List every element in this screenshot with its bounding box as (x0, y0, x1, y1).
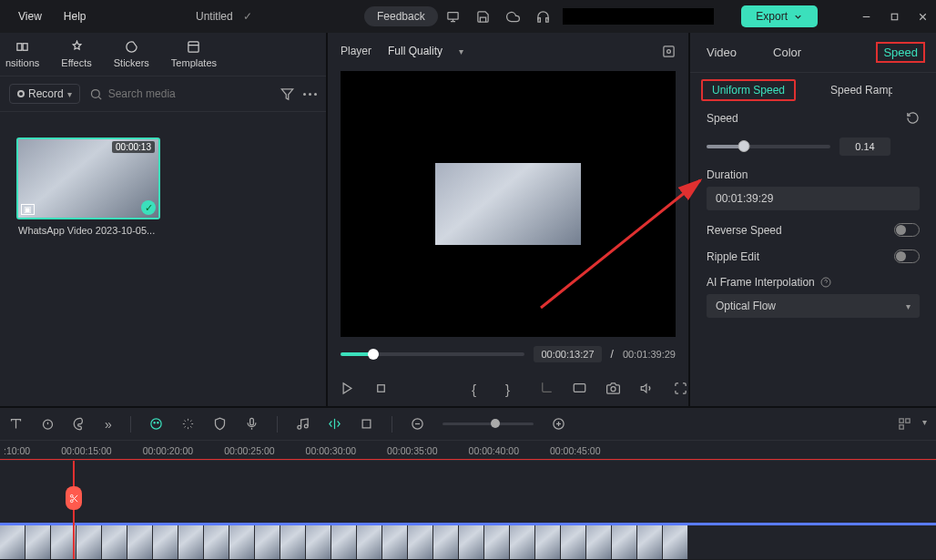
mic-icon[interactable] (245, 417, 259, 431)
timeline-tracks[interactable] (0, 461, 936, 559)
minimize-icon[interactable] (860, 11, 872, 23)
timeline-panel: » ▾ :10:00 00:00:15:00 00:00:20:00 00:00… (0, 406, 936, 559)
filter-icon[interactable] (280, 87, 294, 101)
svg-marker-25 (641, 384, 646, 392)
timer-icon[interactable] (41, 417, 55, 431)
media-thumbnail[interactable]: 00:00:13 ▣ ✓ (16, 137, 160, 219)
maximize-icon[interactable] (889, 11, 900, 23)
svg-rect-12 (23, 44, 27, 51)
text-tool-icon[interactable] (9, 417, 23, 431)
tab-templates[interactable]: Templates (171, 40, 217, 68)
playhead[interactable] (73, 461, 75, 559)
svg-rect-23 (574, 383, 585, 392)
tab-transitions[interactable]: nsitions (5, 40, 39, 68)
split-icon[interactable] (328, 417, 341, 431)
preview-video-frame (435, 163, 581, 245)
ai-face-icon[interactable] (149, 417, 163, 431)
crop-icon[interactable] (539, 382, 553, 395)
svg-point-35 (298, 425, 301, 429)
svg-rect-38 (362, 420, 371, 428)
svg-rect-46 (900, 425, 903, 429)
mark-out-icon[interactable]: } (505, 382, 519, 395)
svg-point-36 (304, 424, 308, 428)
tab-color[interactable]: Color (768, 44, 807, 61)
zoom-slider[interactable] (443, 423, 534, 425)
more-menu-icon[interactable] (303, 93, 317, 96)
close-icon[interactable] (917, 11, 929, 23)
stop-icon[interactable] (374, 382, 388, 395)
reverse-speed-toggle[interactable] (894, 223, 920, 237)
shield-icon[interactable] (213, 417, 227, 431)
mark-in-icon[interactable]: { (472, 382, 485, 395)
feedback-button[interactable]: Feedback (364, 6, 438, 26)
svg-line-16 (98, 97, 101, 99)
palette-icon[interactable] (73, 417, 86, 431)
music-icon[interactable] (296, 417, 310, 431)
tab-speed[interactable]: Speed (876, 42, 925, 63)
time-sep: / (611, 348, 614, 361)
play-icon[interactable] (341, 382, 354, 395)
time-total: 00:01:39:29 (623, 349, 676, 360)
time-current: 00:00:13:27 (534, 346, 601, 362)
tab-stickers[interactable]: Stickers (114, 40, 149, 68)
speed-slider[interactable] (707, 145, 830, 148)
svg-rect-2 (546, 17, 549, 21)
titlebar-icons (446, 10, 580, 24)
chevron-down-icon (793, 12, 803, 22)
thumb-duration: 00:00:13 (112, 141, 155, 153)
ai-interp-label: AI Frame Interpolation (707, 276, 815, 289)
display-icon[interactable] (573, 382, 586, 395)
ripple-edit-toggle[interactable] (894, 249, 920, 263)
more-tools-icon[interactable]: » (105, 417, 112, 432)
svg-rect-34 (249, 418, 253, 425)
used-check-icon: ✓ (141, 200, 156, 215)
monitor-icon[interactable] (446, 10, 460, 24)
subtab-uniform-speed[interactable]: Uniform Speed (701, 79, 796, 101)
svg-point-15 (91, 89, 99, 97)
crop-tool-icon[interactable] (360, 417, 373, 431)
view-mode-icon[interactable] (898, 417, 911, 431)
zoom-in-icon[interactable] (552, 417, 565, 431)
quality-select[interactable]: Full Quality ▾ (388, 45, 463, 57)
timeline-scale[interactable]: :10:00 00:00:15:00 00:00:20:00 00:00:25:… (0, 441, 936, 461)
tab-effects[interactable]: Effects (61, 40, 91, 68)
menu-help[interactable]: Help (53, 6, 97, 26)
svg-point-24 (611, 386, 616, 391)
search-input[interactable] (108, 87, 245, 100)
save-icon[interactable] (476, 10, 490, 24)
menu-view[interactable]: View (7, 6, 53, 26)
ripple-edit-label: Ripple Edit (707, 250, 759, 263)
player-label: Player (341, 45, 371, 57)
player-scrubber[interactable] (341, 352, 524, 356)
svg-rect-11 (17, 44, 22, 51)
fullscreen-icon[interactable] (674, 382, 687, 395)
cloud-icon[interactable] (506, 10, 520, 24)
svg-rect-44 (900, 419, 903, 423)
svg-rect-45 (906, 419, 910, 423)
camera-icon[interactable] (606, 382, 620, 395)
cut-scissors-icon[interactable] (66, 486, 82, 510)
ai-interp-select[interactable]: Optical Flow ▾ (707, 294, 920, 318)
help-icon[interactable] (820, 277, 831, 288)
volume-icon[interactable] (640, 382, 654, 395)
zoom-out-icon[interactable] (411, 417, 424, 431)
svg-point-19 (667, 49, 671, 53)
speed-value[interactable]: 0.14 (839, 137, 890, 156)
video-clip[interactable] (0, 523, 936, 559)
reset-icon[interactable] (906, 111, 920, 125)
headphones-icon[interactable] (536, 10, 550, 24)
duration-value[interactable]: 00:01:39:29 (707, 187, 920, 210)
search-icon (89, 87, 103, 101)
svg-rect-1 (538, 17, 541, 21)
sparkle-icon[interactable] (181, 417, 195, 431)
preview-area[interactable] (341, 71, 676, 337)
svg-marker-21 (343, 382, 351, 392)
record-button[interactable]: Record ▾ (9, 84, 80, 104)
subtab-speed-ramping[interactable]: Speed Ramping (830, 84, 892, 97)
export-button[interactable]: Export (741, 5, 818, 27)
snapshot-icon[interactable] (662, 45, 676, 58)
video-badge-icon: ▣ (21, 204, 35, 215)
chevron-down-icon[interactable]: ▾ (922, 417, 927, 431)
tab-video[interactable]: Video (701, 44, 742, 61)
svg-point-32 (154, 423, 155, 423)
